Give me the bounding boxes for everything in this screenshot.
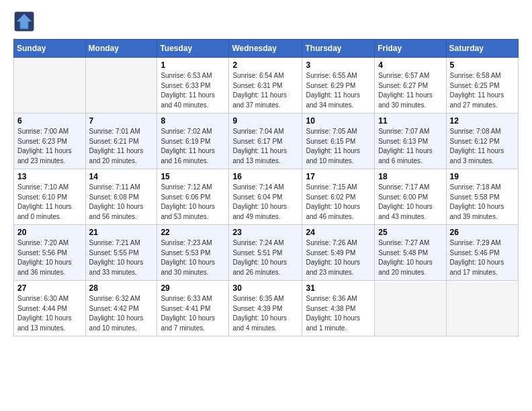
day-info: Sunrise: 7:07 AM Sunset: 6:13 PM Dayligh… bbox=[378, 127, 442, 166]
page: SundayMondayTuesdayWednesdayThursdayFrid… bbox=[0, 0, 532, 347]
week-row-3: 13Sunrise: 7:10 AM Sunset: 6:10 PM Dayli… bbox=[14, 169, 519, 225]
calendar-cell: 26Sunrise: 7:29 AM Sunset: 5:46 PM Dayli… bbox=[446, 225, 518, 281]
calendar-cell: 13Sunrise: 7:10 AM Sunset: 6:10 PM Dayli… bbox=[14, 169, 86, 225]
day-number: 24 bbox=[306, 228, 371, 237]
calendar-cell: 24Sunrise: 7:26 AM Sunset: 5:49 PM Dayli… bbox=[302, 225, 375, 281]
day-info: Sunrise: 7:05 AM Sunset: 6:15 PM Dayligh… bbox=[306, 127, 371, 166]
day-number: 16 bbox=[232, 172, 298, 181]
calendar-cell bbox=[85, 58, 157, 113]
calendar: SundayMondayTuesdayWednesdayThursdayFrid… bbox=[13, 39, 519, 336]
day-number: 2 bbox=[232, 60, 298, 70]
logo bbox=[13, 11, 38, 32]
day-number: 6 bbox=[17, 116, 82, 126]
calendar-cell: 8Sunrise: 7:02 AM Sunset: 6:19 PM Daylig… bbox=[157, 113, 229, 169]
calendar-cell: 30Sunrise: 6:35 AM Sunset: 4:39 PM Dayli… bbox=[229, 281, 302, 336]
calendar-cell: 22Sunrise: 7:23 AM Sunset: 5:53 PM Dayli… bbox=[157, 225, 229, 281]
calendar-cell: 27Sunrise: 6:30 AM Sunset: 4:44 PM Dayli… bbox=[14, 281, 86, 336]
calendar-cell: 1Sunrise: 6:53 AM Sunset: 6:33 PM Daylig… bbox=[157, 58, 229, 113]
calendar-cell bbox=[14, 58, 86, 113]
day-number: 30 bbox=[232, 283, 298, 293]
day-number: 27 bbox=[17, 283, 82, 293]
day-info: Sunrise: 7:24 AM Sunset: 5:51 PM Dayligh… bbox=[232, 238, 298, 277]
calendar-cell: 29Sunrise: 6:33 AM Sunset: 4:41 PM Dayli… bbox=[157, 281, 229, 336]
day-info: Sunrise: 7:20 AM Sunset: 5:56 PM Dayligh… bbox=[17, 238, 82, 277]
calendar-cell: 11Sunrise: 7:07 AM Sunset: 6:13 PM Dayli… bbox=[375, 113, 446, 169]
weekday-header-tuesday: Tuesday bbox=[157, 40, 229, 58]
calendar-cell: 16Sunrise: 7:14 AM Sunset: 6:04 PM Dayli… bbox=[229, 169, 302, 225]
calendar-cell: 25Sunrise: 7:27 AM Sunset: 5:48 PM Dayli… bbox=[375, 225, 446, 281]
calendar-cell: 4Sunrise: 6:57 AM Sunset: 6:27 PM Daylig… bbox=[375, 58, 446, 113]
day-info: Sunrise: 7:26 AM Sunset: 5:49 PM Dayligh… bbox=[306, 238, 371, 277]
day-info: Sunrise: 7:02 AM Sunset: 6:19 PM Dayligh… bbox=[161, 127, 225, 166]
day-number: 13 bbox=[17, 172, 82, 181]
logo-icon bbox=[13, 11, 35, 32]
day-info: Sunrise: 7:18 AM Sunset: 5:58 PM Dayligh… bbox=[450, 183, 515, 222]
week-row-4: 20Sunrise: 7:20 AM Sunset: 5:56 PM Dayli… bbox=[14, 225, 519, 281]
calendar-cell: 31Sunrise: 6:36 AM Sunset: 4:38 PM Dayli… bbox=[302, 281, 375, 336]
calendar-cell: 9Sunrise: 7:04 AM Sunset: 6:17 PM Daylig… bbox=[229, 113, 302, 169]
day-info: Sunrise: 7:00 AM Sunset: 6:23 PM Dayligh… bbox=[17, 127, 82, 166]
calendar-cell: 18Sunrise: 7:17 AM Sunset: 6:00 PM Dayli… bbox=[375, 169, 446, 225]
day-info: Sunrise: 7:10 AM Sunset: 6:10 PM Dayligh… bbox=[17, 183, 82, 222]
calendar-cell bbox=[446, 281, 518, 336]
calendar-cell: 12Sunrise: 7:08 AM Sunset: 6:12 PM Dayli… bbox=[446, 113, 518, 169]
calendar-cell: 3Sunrise: 6:55 AM Sunset: 6:29 PM Daylig… bbox=[302, 58, 375, 113]
day-info: Sunrise: 7:08 AM Sunset: 6:12 PM Dayligh… bbox=[450, 127, 515, 166]
weekday-header-saturday: Saturday bbox=[446, 40, 518, 58]
day-number: 25 bbox=[378, 228, 442, 237]
day-number: 5 bbox=[450, 60, 515, 70]
day-number: 4 bbox=[378, 60, 442, 70]
day-info: Sunrise: 6:53 AM Sunset: 6:33 PM Dayligh… bbox=[161, 71, 225, 110]
calendar-cell: 2Sunrise: 6:54 AM Sunset: 6:31 PM Daylig… bbox=[229, 58, 302, 113]
day-number: 12 bbox=[450, 116, 515, 126]
calendar-cell: 19Sunrise: 7:18 AM Sunset: 5:58 PM Dayli… bbox=[446, 169, 518, 225]
day-info: Sunrise: 7:15 AM Sunset: 6:02 PM Dayligh… bbox=[306, 183, 371, 222]
calendar-cell: 23Sunrise: 7:24 AM Sunset: 5:51 PM Dayli… bbox=[229, 225, 302, 281]
day-info: Sunrise: 7:17 AM Sunset: 6:00 PM Dayligh… bbox=[378, 183, 442, 222]
day-number: 31 bbox=[306, 283, 371, 293]
calendar-cell: 14Sunrise: 7:11 AM Sunset: 6:08 PM Dayli… bbox=[85, 169, 157, 225]
day-number: 9 bbox=[232, 116, 298, 126]
calendar-cell: 28Sunrise: 6:32 AM Sunset: 4:42 PM Dayli… bbox=[85, 281, 157, 336]
calendar-cell bbox=[375, 281, 446, 336]
day-info: Sunrise: 7:21 AM Sunset: 5:55 PM Dayligh… bbox=[89, 238, 154, 277]
day-number: 3 bbox=[306, 60, 371, 70]
day-number: 14 bbox=[89, 172, 154, 181]
day-info: Sunrise: 7:04 AM Sunset: 6:17 PM Dayligh… bbox=[232, 127, 298, 166]
weekday-header-monday: Monday bbox=[85, 40, 157, 58]
day-number: 23 bbox=[232, 228, 298, 237]
day-number: 10 bbox=[306, 116, 371, 126]
day-info: Sunrise: 6:36 AM Sunset: 4:38 PM Dayligh… bbox=[306, 294, 371, 333]
day-number: 15 bbox=[161, 172, 225, 181]
weekday-header-friday: Friday bbox=[375, 40, 446, 58]
weekday-header-sunday: Sunday bbox=[14, 40, 86, 58]
day-number: 19 bbox=[450, 172, 515, 181]
day-number: 21 bbox=[89, 228, 154, 237]
week-row-1: 1Sunrise: 6:53 AM Sunset: 6:33 PM Daylig… bbox=[14, 58, 519, 113]
day-info: Sunrise: 7:23 AM Sunset: 5:53 PM Dayligh… bbox=[161, 238, 225, 277]
day-info: Sunrise: 6:55 AM Sunset: 6:29 PM Dayligh… bbox=[306, 71, 371, 110]
day-number: 26 bbox=[450, 228, 515, 237]
week-row-2: 6Sunrise: 7:00 AM Sunset: 6:23 PM Daylig… bbox=[14, 113, 519, 169]
day-number: 20 bbox=[17, 228, 82, 237]
day-info: Sunrise: 7:27 AM Sunset: 5:48 PM Dayligh… bbox=[378, 238, 442, 277]
day-info: Sunrise: 6:54 AM Sunset: 6:31 PM Dayligh… bbox=[232, 71, 298, 110]
calendar-cell: 17Sunrise: 7:15 AM Sunset: 6:02 PM Dayli… bbox=[302, 169, 375, 225]
calendar-cell: 21Sunrise: 7:21 AM Sunset: 5:55 PM Dayli… bbox=[85, 225, 157, 281]
calendar-cell: 10Sunrise: 7:05 AM Sunset: 6:15 PM Dayli… bbox=[302, 113, 375, 169]
calendar-cell: 5Sunrise: 6:58 AM Sunset: 6:25 PM Daylig… bbox=[446, 58, 518, 113]
day-info: Sunrise: 6:33 AM Sunset: 4:41 PM Dayligh… bbox=[161, 294, 225, 333]
calendar-cell: 7Sunrise: 7:01 AM Sunset: 6:21 PM Daylig… bbox=[85, 113, 157, 169]
day-info: Sunrise: 7:11 AM Sunset: 6:08 PM Dayligh… bbox=[89, 183, 154, 222]
header bbox=[13, 11, 519, 32]
day-number: 29 bbox=[161, 283, 225, 293]
day-info: Sunrise: 6:32 AM Sunset: 4:42 PM Dayligh… bbox=[89, 294, 154, 333]
day-info: Sunrise: 7:29 AM Sunset: 5:46 PM Dayligh… bbox=[450, 238, 515, 277]
day-number: 17 bbox=[306, 172, 371, 181]
day-info: Sunrise: 6:30 AM Sunset: 4:44 PM Dayligh… bbox=[17, 294, 82, 333]
day-number: 22 bbox=[161, 228, 225, 237]
day-info: Sunrise: 7:14 AM Sunset: 6:04 PM Dayligh… bbox=[232, 183, 298, 222]
calendar-cell: 20Sunrise: 7:20 AM Sunset: 5:56 PM Dayli… bbox=[14, 225, 86, 281]
weekday-header-row: SundayMondayTuesdayWednesdayThursdayFrid… bbox=[14, 40, 519, 58]
week-row-5: 27Sunrise: 6:30 AM Sunset: 4:44 PM Dayli… bbox=[14, 281, 519, 336]
